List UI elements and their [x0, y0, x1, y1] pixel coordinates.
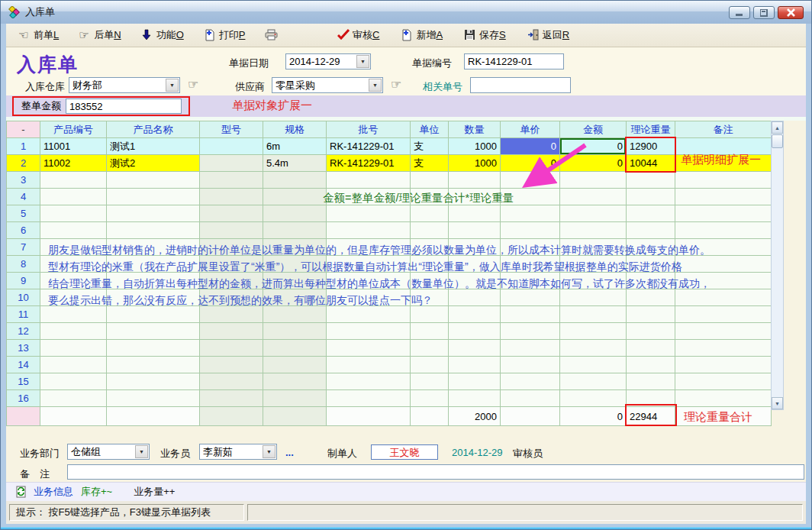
grid-cell[interactable]: 支 [411, 138, 449, 155]
grid-cell[interactable] [200, 373, 263, 390]
grid-cell[interactable] [327, 373, 411, 390]
grid-cell[interactable] [107, 256, 200, 273]
grid-cell[interactable] [627, 289, 675, 306]
grid-cell[interactable]: 10044 [627, 155, 675, 172]
total-cell[interactable] [200, 407, 263, 426]
grid-cell[interactable] [200, 323, 263, 340]
grid-cell[interactable] [501, 390, 560, 407]
grid-cell[interactable] [675, 138, 772, 155]
grid-cell[interactable] [263, 340, 327, 357]
row-number[interactable] [7, 407, 40, 426]
grid-column-header[interactable]: 理论重量 [627, 121, 675, 138]
grid-cell[interactable] [411, 273, 449, 289]
row-number[interactable]: 2 [7, 155, 40, 172]
grid-cell[interactable] [560, 172, 627, 189]
grid-cell[interactable] [675, 172, 772, 189]
warehouse-combobox[interactable]: 财务部 ▼ [69, 77, 180, 93]
row-number[interactable]: 10 [7, 289, 40, 306]
total-cell[interactable] [501, 407, 560, 426]
grid-cell[interactable] [675, 340, 772, 357]
row-number[interactable]: 1 [7, 138, 40, 155]
remark-input[interactable] [67, 464, 804, 480]
grid-cell[interactable] [560, 256, 627, 273]
row-number[interactable]: 5 [7, 205, 40, 222]
row-number[interactable]: 14 [7, 357, 40, 373]
grid-cell[interactable] [411, 340, 449, 357]
grid-cell[interactable]: 0 [501, 138, 560, 155]
grid-cell[interactable] [107, 340, 200, 357]
clerk-combobox[interactable]: 李新茹 ▼ [199, 444, 277, 460]
grid-cell[interactable] [40, 189, 107, 205]
grid-cell[interactable] [501, 205, 560, 222]
grid-cell[interactable] [560, 289, 627, 306]
grid-cell[interactable] [40, 256, 107, 273]
grid-cell[interactable] [501, 256, 560, 273]
grid-cell[interactable] [200, 289, 263, 306]
scroll-up-icon[interactable]: ▲ [772, 121, 783, 134]
grid-cell[interactable] [560, 239, 627, 256]
grid-cell[interactable] [327, 289, 411, 306]
supplier-combobox[interactable]: 零星采购 ▼ [272, 77, 383, 93]
hand-right-icon[interactable]: ☞ [391, 77, 401, 92]
grid-cell[interactable] [40, 289, 107, 306]
grid-cell[interactable] [327, 189, 411, 205]
grid-cell[interactable] [449, 273, 501, 289]
grid-cell[interactable] [200, 172, 263, 189]
grid-cell[interactable] [449, 239, 501, 256]
grid-cell[interactable] [200, 340, 263, 357]
grid-cell[interactable]: 1000 [449, 155, 501, 172]
grid-cell[interactable] [560, 357, 627, 373]
grid-cell[interactable] [675, 306, 772, 323]
grid-cell[interactable] [200, 357, 263, 373]
grid-cell[interactable] [200, 273, 263, 289]
prev-doc-button[interactable]: ☜ 前单L [14, 26, 63, 44]
row-number[interactable]: 6 [7, 222, 40, 239]
grid-cell[interactable] [501, 189, 560, 205]
grid-cell[interactable]: RK-141229-01 [327, 138, 411, 155]
row-number[interactable]: 4 [7, 189, 40, 205]
grid-cell[interactable] [449, 256, 501, 273]
grid-cell[interactable] [411, 172, 449, 189]
grid-cell[interactable] [560, 373, 627, 390]
grid-cell[interactable] [200, 256, 263, 273]
grid-column-header[interactable]: 规格 [263, 121, 327, 138]
grid-cell[interactable] [675, 155, 772, 172]
row-number[interactable]: 7 [7, 239, 40, 256]
grid-cell[interactable] [327, 340, 411, 357]
grid-cell[interactable] [627, 373, 675, 390]
grid-cell[interactable] [40, 390, 107, 407]
grid-cell[interactable] [107, 172, 200, 189]
grid-cell[interactable] [40, 357, 107, 373]
grid-cell[interactable] [40, 239, 107, 256]
hand-right-icon[interactable]: ☞ [188, 77, 198, 92]
grid-column-header[interactable]: 单价 [501, 121, 560, 138]
grid-cell[interactable] [627, 239, 675, 256]
grid-cell[interactable] [411, 323, 449, 340]
grid-cell[interactable] [560, 205, 627, 222]
grid-cell[interactable] [560, 222, 627, 239]
grid-cell[interactable] [263, 273, 327, 289]
grid-cell[interactable] [449, 289, 501, 306]
grid-cell[interactable] [263, 373, 327, 390]
grid-cell[interactable] [107, 222, 200, 239]
printer-button[interactable] [260, 26, 282, 44]
grid-cell[interactable] [327, 256, 411, 273]
grid-cell[interactable] [107, 306, 200, 323]
dept-combobox[interactable]: 仓储组 ▼ [67, 444, 150, 460]
grid-column-header[interactable]: 产品名称 [107, 121, 200, 138]
grid-cell[interactable] [263, 357, 327, 373]
minimize-button[interactable] [729, 6, 750, 19]
grid-cell[interactable] [200, 205, 263, 222]
grid-cell[interactable] [560, 323, 627, 340]
scrollbar-thumb[interactable] [772, 134, 783, 148]
chevron-down-icon[interactable]: ▼ [369, 79, 382, 92]
grid-cell[interactable] [107, 323, 200, 340]
grid-cell[interactable] [107, 239, 200, 256]
grid-cell[interactable] [449, 205, 501, 222]
grid-cell[interactable] [200, 222, 263, 239]
docno-input[interactable] [464, 53, 564, 69]
grid-cell[interactable]: 12900 [627, 138, 675, 155]
grid-cell[interactable] [501, 323, 560, 340]
grid-cell[interactable] [675, 373, 772, 390]
grid-cell[interactable] [501, 340, 560, 357]
